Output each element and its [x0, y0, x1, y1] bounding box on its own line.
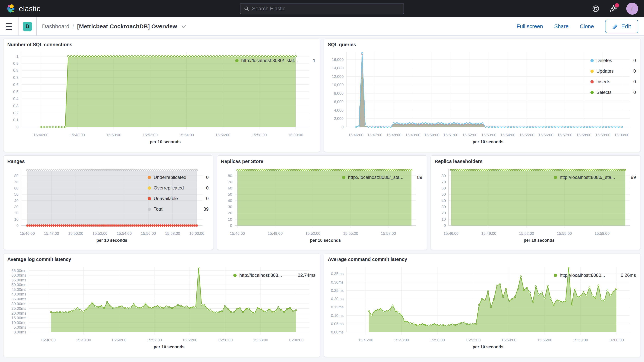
legend-item[interactable]: http://localhost:8080/_stat...1	[235, 58, 316, 63]
legend-label: http://localhost:8080/_sta...	[560, 175, 615, 180]
legend-value: 0.26ms	[618, 272, 636, 278]
legend-item[interactable]: http://localhost:8080...0.26ms	[554, 272, 636, 278]
edit-button-label: Edit	[621, 23, 631, 30]
page-title: [Metricbeat CockroachDB] Overview	[77, 23, 177, 30]
notification-dot	[615, 3, 619, 8]
svg-text:30: 30	[14, 205, 18, 209]
legend-item[interactable]: Overreplicated0	[148, 185, 209, 191]
legend-label: Updates	[596, 68, 614, 74]
panel-ranges: Ranges 0102030405060708015:46:0015:48:00…	[3, 155, 214, 250]
svg-text:15:48:00: 15:48:00	[394, 338, 409, 342]
menu-icon[interactable]	[0, 17, 18, 36]
svg-text:15:46:00: 15:46:00	[358, 338, 373, 342]
panel-avg-command-commit-latency: Average command commit latency 0.00ms0.0…	[324, 253, 641, 357]
svg-text:65.00ms: 65.00ms	[12, 268, 26, 273]
avatar[interactable]: r	[626, 3, 638, 15]
svg-text:0.7: 0.7	[13, 75, 18, 80]
search-input[interactable]	[252, 6, 400, 12]
chart-avg-log-commit-latency-plot[interactable]: 0.00ms5.00ms10.00ms15.00ms20.00ms25.00ms…	[7, 264, 232, 352]
help-icon[interactable]	[592, 4, 600, 13]
svg-text:4,000: 4,000	[334, 108, 344, 112]
svg-text:10: 10	[442, 217, 446, 222]
svg-text:1: 1	[16, 54, 18, 58]
newsfeed-icon[interactable]	[609, 4, 618, 13]
chart-sql-connections-plot[interactable]: 00.10.20.30.40.50.60.70.80.9115:46:0015:…	[7, 49, 233, 146]
full-screen-button[interactable]: Full screen	[516, 23, 543, 30]
chart-ranges-plot[interactable]: 0102030405060708015:46:0015:48:0015:50:0…	[7, 166, 146, 245]
legend-item[interactable]: Total89	[148, 206, 209, 212]
legend-label: Inserts	[596, 79, 610, 84]
svg-text:0.4: 0.4	[13, 96, 18, 101]
legend-swatch	[590, 91, 594, 94]
chart-replica-leaseholders-legend: http://localhost:8080/_sta...89	[552, 166, 637, 245]
app-badge-wrap: D	[18, 17, 37, 36]
legend-item[interactable]: http://localhost:808...22.74ms	[233, 272, 316, 278]
svg-text:per 10 seconds: per 10 seconds	[472, 139, 504, 144]
svg-text:15:49:00: 15:49:00	[405, 133, 420, 137]
top-header: elastic r	[0, 0, 644, 17]
legend-item[interactable]: Selects0	[590, 90, 636, 95]
svg-text:15:48:00: 15:48:00	[386, 133, 401, 137]
panel-title: SQL queries	[328, 42, 637, 48]
legend-value: 89	[628, 175, 636, 180]
svg-text:15:54:00: 15:54:00	[117, 231, 132, 236]
breadcrumb-dashboard[interactable]: Dashboard	[42, 23, 70, 30]
logo-text: elastic	[19, 5, 40, 13]
svg-text:15:46:00: 15:46:00	[348, 133, 363, 137]
chart-sql-queries-plot[interactable]: 02,0004,0006,0008,00010,00012,00014,0001…	[328, 49, 588, 146]
svg-text:0.1: 0.1	[13, 118, 18, 122]
legend-value: 89	[200, 206, 209, 212]
svg-text:40: 40	[228, 198, 232, 203]
svg-text:0.2: 0.2	[13, 111, 18, 115]
legend-item[interactable]: Underreplicated0	[148, 175, 209, 180]
legend-item[interactable]: Inserts0	[590, 79, 636, 84]
dashboard-grid: Number of SQL connections 00.10.20.30.40…	[0, 36, 644, 357]
chevron-down-icon[interactable]	[181, 25, 186, 28]
global-search[interactable]	[240, 3, 404, 14]
chart-avg-command-commit-latency-legend: http://localhost:8080...0.26ms	[552, 264, 637, 352]
panel-replica-leaseholders: Replica leaseholders 0102030405060708015…	[430, 155, 641, 250]
chart-replicas-per-store-plot[interactable]: 0102030405060708015:46:0015:49:0015:52:0…	[221, 166, 340, 245]
svg-text:15:50:00: 15:50:00	[424, 133, 440, 137]
svg-text:0.35ms: 0.35ms	[331, 272, 344, 276]
legend-swatch	[148, 176, 151, 179]
legend-item[interactable]: http://localhost:8080/_sta...89	[342, 175, 422, 180]
svg-text:0.00ms: 0.00ms	[14, 330, 26, 334]
legend-item[interactable]: Deletes0	[590, 58, 636, 63]
svg-text:15:48:00: 15:48:00	[70, 133, 85, 137]
svg-text:15:56:00: 15:56:00	[537, 338, 552, 342]
chart-replica-leaseholders-plot[interactable]: 0102030405060708015:46:0015:49:0015:52:0…	[434, 166, 552, 245]
legend-swatch	[590, 80, 594, 84]
edit-button[interactable]: Edit	[605, 20, 638, 33]
svg-text:15:56:00: 15:56:00	[215, 133, 230, 137]
svg-text:8,000: 8,000	[334, 91, 344, 96]
svg-text:5.00ms: 5.00ms	[14, 325, 26, 330]
clone-button[interactable]: Clone	[580, 23, 594, 30]
chart-ranges-legend: Underreplicated0Overreplicated0Unavailab…	[146, 166, 210, 245]
panel-title: Average log commit latency	[7, 256, 316, 262]
dashboard-app-badge[interactable]: D	[23, 22, 32, 31]
svg-text:0.9: 0.9	[13, 61, 18, 66]
legend-item[interactable]: Unavailable0	[148, 196, 209, 201]
legend-swatch	[590, 59, 594, 62]
share-button[interactable]: Share	[554, 23, 568, 30]
svg-text:15:46:00: 15:46:00	[20, 231, 35, 236]
legend-label: http://localhost:8080...	[560, 272, 605, 278]
breadcrumb: Dashboard / [Metricbeat CockroachDB] Ove…	[37, 23, 186, 30]
panel-title: Replica leaseholders	[434, 159, 637, 164]
svg-text:15:52:00: 15:52:00	[462, 133, 478, 137]
legend-swatch	[148, 186, 151, 190]
svg-text:45.00ms: 45.00ms	[12, 288, 26, 292]
svg-text:0.30ms: 0.30ms	[331, 280, 344, 284]
chart-avg-command-commit-latency-plot[interactable]: 0.00ms0.05ms0.10ms0.15ms0.20ms0.25ms0.30…	[328, 264, 552, 352]
svg-text:15:57:00: 15:57:00	[557, 133, 572, 137]
svg-text:15:49:00: 15:49:00	[268, 231, 283, 236]
breadcrumb-separator: /	[72, 23, 74, 30]
legend-item[interactable]: Updates0	[590, 68, 636, 74]
svg-text:15:50:00: 15:50:00	[430, 338, 445, 342]
legend-item[interactable]: http://localhost:8080/_sta...89	[554, 175, 636, 180]
legend-label: http://localhost:8080/_sta...	[348, 175, 403, 180]
svg-text:40: 40	[14, 198, 18, 203]
elastic-logo[interactable]: elastic	[6, 4, 40, 14]
chart-avg-log-commit-latency-legend: http://localhost:808...22.74ms	[232, 264, 316, 352]
